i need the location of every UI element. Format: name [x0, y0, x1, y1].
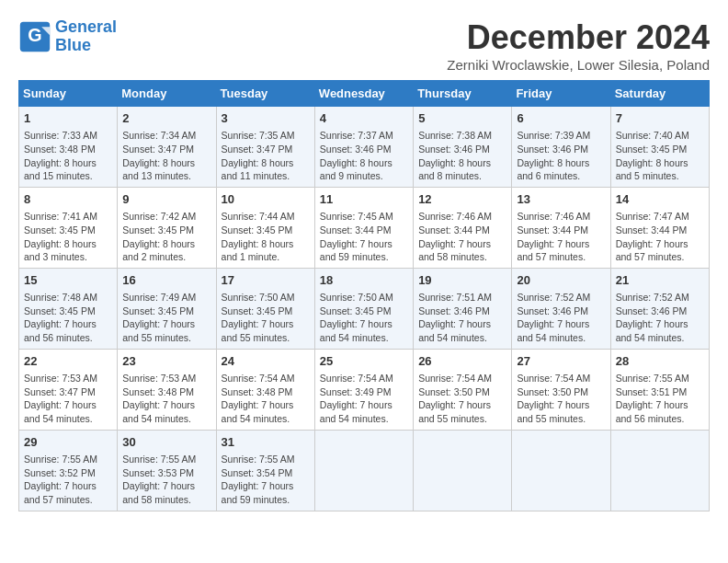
cell-info: Sunrise: 7:42 AM Sunset: 3:45 PM Dayligh… — [122, 210, 210, 264]
day-number: 9 — [122, 191, 210, 208]
cell-info: Sunrise: 7:33 AM Sunset: 3:48 PM Dayligh… — [24, 129, 112, 183]
day-number: 16 — [122, 272, 210, 289]
calendar-cell: 25 Sunrise: 7:54 AM Sunset: 3:49 PM Dayl… — [314, 349, 413, 430]
col-thursday: Thursday — [414, 81, 512, 107]
day-number: 2 — [122, 110, 210, 127]
calendar-cell — [314, 430, 413, 511]
cell-info: Sunrise: 7:37 AM Sunset: 3:46 PM Dayligh… — [320, 129, 408, 183]
cell-info: Sunrise: 7:54 AM Sunset: 3:49 PM Dayligh… — [320, 372, 408, 426]
day-number: 4 — [320, 110, 408, 127]
day-number: 11 — [320, 191, 408, 208]
calendar-cell: 28 Sunrise: 7:55 AM Sunset: 3:51 PM Dayl… — [610, 349, 709, 430]
logo-line2: Blue — [55, 37, 117, 55]
col-saturday: Saturday — [610, 81, 709, 107]
cell-info: Sunrise: 7:41 AM Sunset: 3:45 PM Dayligh… — [24, 210, 112, 264]
day-number: 7 — [616, 110, 704, 127]
calendar-cell: 17 Sunrise: 7:50 AM Sunset: 3:45 PM Dayl… — [216, 268, 314, 349]
month-title: December 2024 — [447, 18, 710, 57]
day-number: 20 — [517, 272, 605, 289]
cell-info: Sunrise: 7:55 AM Sunset: 3:52 PM Dayligh… — [24, 453, 112, 507]
day-number: 29 — [24, 434, 112, 451]
cell-info: Sunrise: 7:47 AM Sunset: 3:44 PM Dayligh… — [616, 210, 704, 264]
cell-info: Sunrise: 7:54 AM Sunset: 3:48 PM Dayligh… — [222, 372, 310, 426]
day-number: 22 — [24, 353, 112, 370]
cell-info: Sunrise: 7:51 AM Sunset: 3:46 PM Dayligh… — [418, 291, 506, 345]
calendar-cell — [512, 430, 610, 511]
cell-info: Sunrise: 7:34 AM Sunset: 3:47 PM Dayligh… — [122, 129, 210, 183]
location-title: Zerniki Wroclawskie, Lower Silesia, Pola… — [447, 57, 710, 73]
cell-info: Sunrise: 7:53 AM Sunset: 3:48 PM Dayligh… — [122, 372, 210, 426]
day-number: 13 — [517, 191, 605, 208]
day-number: 19 — [418, 272, 506, 289]
calendar-cell: 23 Sunrise: 7:53 AM Sunset: 3:48 PM Dayl… — [118, 349, 216, 430]
day-number: 21 — [616, 272, 704, 289]
cell-info: Sunrise: 7:44 AM Sunset: 3:45 PM Dayligh… — [222, 210, 310, 264]
day-number: 26 — [418, 353, 506, 370]
page-header: G General Blue December 2024 Zerniki Wro… — [18, 18, 710, 73]
col-wednesday: Wednesday — [314, 81, 413, 107]
cell-info: Sunrise: 7:38 AM Sunset: 3:46 PM Dayligh… — [418, 129, 506, 183]
calendar-week-5: 29 Sunrise: 7:55 AM Sunset: 3:52 PM Dayl… — [19, 430, 710, 511]
col-sunday: Sunday — [19, 81, 118, 107]
calendar-week-4: 22 Sunrise: 7:53 AM Sunset: 3:47 PM Dayl… — [19, 349, 710, 430]
svg-text:G: G — [28, 25, 41, 45]
cell-info: Sunrise: 7:40 AM Sunset: 3:45 PM Dayligh… — [616, 129, 704, 183]
day-number: 27 — [517, 353, 605, 370]
calendar-cell: 2 Sunrise: 7:34 AM Sunset: 3:47 PM Dayli… — [118, 107, 216, 188]
calendar-week-3: 15 Sunrise: 7:48 AM Sunset: 3:45 PM Dayl… — [19, 268, 710, 349]
day-number: 28 — [616, 353, 704, 370]
calendar-cell: 9 Sunrise: 7:42 AM Sunset: 3:45 PM Dayli… — [118, 187, 216, 268]
cell-info: Sunrise: 7:53 AM Sunset: 3:47 PM Dayligh… — [24, 372, 112, 426]
calendar-cell: 7 Sunrise: 7:40 AM Sunset: 3:45 PM Dayli… — [610, 107, 709, 188]
day-number: 17 — [222, 272, 310, 289]
calendar-cell: 22 Sunrise: 7:53 AM Sunset: 3:47 PM Dayl… — [19, 349, 118, 430]
day-number: 6 — [517, 110, 605, 127]
calendar-cell: 15 Sunrise: 7:48 AM Sunset: 3:45 PM Dayl… — [19, 268, 118, 349]
calendar-cell: 21 Sunrise: 7:52 AM Sunset: 3:46 PM Dayl… — [610, 268, 709, 349]
calendar-cell: 14 Sunrise: 7:47 AM Sunset: 3:44 PM Dayl… — [610, 187, 709, 268]
calendar-cell: 27 Sunrise: 7:54 AM Sunset: 3:50 PM Dayl… — [512, 349, 610, 430]
day-number: 30 — [122, 434, 210, 451]
title-section: December 2024 Zerniki Wroclawskie, Lower… — [447, 18, 710, 73]
cell-info: Sunrise: 7:45 AM Sunset: 3:44 PM Dayligh… — [320, 210, 408, 264]
calendar-cell: 5 Sunrise: 7:38 AM Sunset: 3:46 PM Dayli… — [414, 107, 512, 188]
cell-info: Sunrise: 7:55 AM Sunset: 3:54 PM Dayligh… — [222, 453, 310, 507]
calendar-cell: 24 Sunrise: 7:54 AM Sunset: 3:48 PM Dayl… — [216, 349, 314, 430]
calendar-cell: 29 Sunrise: 7:55 AM Sunset: 3:52 PM Dayl… — [19, 430, 118, 511]
calendar-cell: 19 Sunrise: 7:51 AM Sunset: 3:46 PM Dayl… — [414, 268, 512, 349]
cell-info: Sunrise: 7:55 AM Sunset: 3:53 PM Dayligh… — [122, 453, 210, 507]
day-number: 31 — [222, 434, 310, 451]
cell-info: Sunrise: 7:54 AM Sunset: 3:50 PM Dayligh… — [517, 372, 605, 426]
cell-info: Sunrise: 7:52 AM Sunset: 3:46 PM Dayligh… — [616, 291, 704, 345]
calendar-cell: 30 Sunrise: 7:55 AM Sunset: 3:53 PM Dayl… — [118, 430, 216, 511]
day-number: 12 — [418, 191, 506, 208]
calendar-cell: 8 Sunrise: 7:41 AM Sunset: 3:45 PM Dayli… — [19, 187, 118, 268]
calendar-cell — [414, 430, 512, 511]
header-row: Sunday Monday Tuesday Wednesday Thursday… — [19, 81, 710, 107]
day-number: 8 — [24, 191, 112, 208]
logo-line1: General — [55, 17, 117, 36]
cell-info: Sunrise: 7:49 AM Sunset: 3:45 PM Dayligh… — [122, 291, 210, 345]
cell-info: Sunrise: 7:50 AM Sunset: 3:45 PM Dayligh… — [222, 291, 310, 345]
calendar-cell: 3 Sunrise: 7:35 AM Sunset: 3:47 PM Dayli… — [216, 107, 314, 188]
col-tuesday: Tuesday — [216, 81, 314, 107]
cell-info: Sunrise: 7:54 AM Sunset: 3:50 PM Dayligh… — [418, 372, 506, 426]
calendar-cell — [610, 430, 709, 511]
calendar-cell: 11 Sunrise: 7:45 AM Sunset: 3:44 PM Dayl… — [314, 187, 413, 268]
day-number: 14 — [616, 191, 704, 208]
calendar-cell: 13 Sunrise: 7:46 AM Sunset: 3:44 PM Dayl… — [512, 187, 610, 268]
day-number: 23 — [122, 353, 210, 370]
calendar-cell: 4 Sunrise: 7:37 AM Sunset: 3:46 PM Dayli… — [314, 107, 413, 188]
calendar-week-2: 8 Sunrise: 7:41 AM Sunset: 3:45 PM Dayli… — [19, 187, 710, 268]
day-number: 18 — [320, 272, 408, 289]
day-number: 15 — [24, 272, 112, 289]
logo-icon: G — [18, 20, 51, 53]
day-number: 10 — [222, 191, 310, 208]
day-number: 5 — [418, 110, 506, 127]
calendar-table: Sunday Monday Tuesday Wednesday Thursday… — [18, 80, 710, 511]
calendar-cell: 16 Sunrise: 7:49 AM Sunset: 3:45 PM Dayl… — [118, 268, 216, 349]
calendar-cell: 12 Sunrise: 7:46 AM Sunset: 3:44 PM Dayl… — [414, 187, 512, 268]
col-monday: Monday — [118, 81, 216, 107]
calendar-cell: 6 Sunrise: 7:39 AM Sunset: 3:46 PM Dayli… — [512, 107, 610, 188]
calendar-cell: 18 Sunrise: 7:50 AM Sunset: 3:45 PM Dayl… — [314, 268, 413, 349]
